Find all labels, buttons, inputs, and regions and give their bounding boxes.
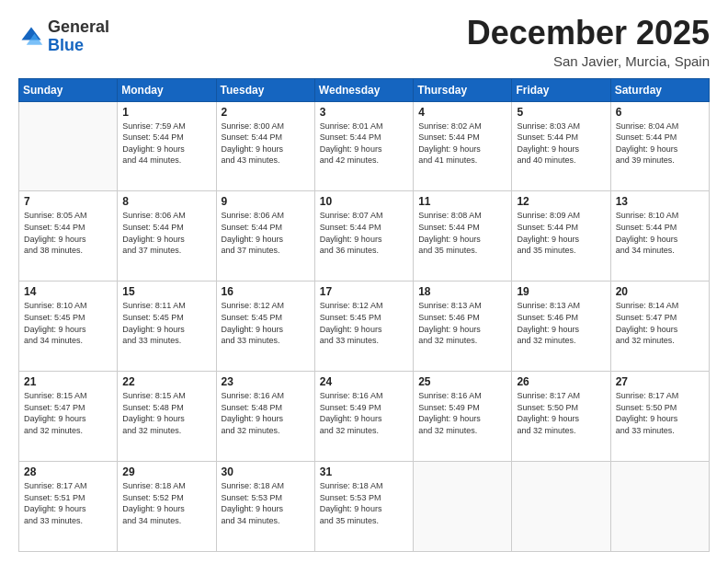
col-wednesday: Wednesday — [314, 78, 413, 101]
calendar-cell — [19, 101, 118, 191]
col-monday: Monday — [118, 78, 216, 101]
logo: General Blue — [18, 18, 109, 55]
calendar-cell: 14Sunrise: 8:10 AM Sunset: 5:45 PM Dayli… — [19, 282, 118, 372]
day-info: Sunrise: 8:15 AM Sunset: 5:47 PM Dayligh… — [24, 390, 112, 436]
col-saturday: Saturday — [610, 78, 709, 101]
day-number: 14 — [24, 285, 112, 298]
day-number: 1 — [122, 106, 210, 119]
calendar-cell: 18Sunrise: 8:13 AM Sunset: 5:46 PM Dayli… — [414, 282, 512, 372]
calendar-cell: 19Sunrise: 8:13 AM Sunset: 5:46 PM Dayli… — [512, 282, 610, 372]
calendar-week-1: 1Sunrise: 7:59 AM Sunset: 5:44 PM Daylig… — [19, 101, 710, 191]
day-number: 25 — [418, 375, 506, 388]
day-number: 26 — [517, 375, 605, 388]
day-number: 3 — [320, 106, 408, 119]
title-block: December 2025 San Javier, Murcia, Spain — [467, 15, 710, 69]
day-number: 4 — [418, 106, 506, 119]
calendar-cell: 22Sunrise: 8:15 AM Sunset: 5:48 PM Dayli… — [118, 372, 216, 462]
day-info: Sunrise: 8:15 AM Sunset: 5:48 PM Dayligh… — [122, 390, 210, 436]
calendar-cell: 4Sunrise: 8:02 AM Sunset: 5:44 PM Daylig… — [414, 101, 512, 191]
day-info: Sunrise: 8:18 AM Sunset: 5:53 PM Dayligh… — [222, 480, 310, 526]
day-info: Sunrise: 8:12 AM Sunset: 5:45 PM Dayligh… — [222, 300, 310, 346]
day-info: Sunrise: 8:06 AM Sunset: 5:44 PM Dayligh… — [122, 210, 210, 256]
calendar-cell: 17Sunrise: 8:12 AM Sunset: 5:45 PM Dayli… — [314, 282, 413, 372]
calendar-cell: 8Sunrise: 8:06 AM Sunset: 5:44 PM Daylig… — [118, 191, 216, 282]
day-number: 10 — [320, 195, 408, 208]
day-number: 23 — [222, 375, 310, 388]
day-info: Sunrise: 8:17 AM Sunset: 5:51 PM Dayligh… — [24, 480, 112, 526]
col-sunday: Sunday — [19, 78, 118, 101]
day-info: Sunrise: 8:02 AM Sunset: 5:44 PM Dayligh… — [418, 121, 506, 167]
day-info: Sunrise: 8:18 AM Sunset: 5:52 PM Dayligh… — [122, 480, 210, 526]
calendar-cell: 13Sunrise: 8:10 AM Sunset: 5:44 PM Dayli… — [610, 191, 709, 282]
day-number: 6 — [616, 106, 704, 119]
calendar-cell: 29Sunrise: 8:18 AM Sunset: 5:52 PM Dayli… — [118, 462, 216, 552]
location-subtitle: San Javier, Murcia, Spain — [467, 53, 710, 69]
day-number: 20 — [616, 285, 704, 298]
logo-general-text: General — [48, 17, 109, 36]
day-info: Sunrise: 8:14 AM Sunset: 5:47 PM Dayligh… — [616, 300, 704, 346]
calendar-cell: 23Sunrise: 8:16 AM Sunset: 5:48 PM Dayli… — [216, 372, 314, 462]
day-number: 11 — [418, 195, 506, 208]
day-info: Sunrise: 8:11 AM Sunset: 5:45 PM Dayligh… — [122, 300, 210, 346]
calendar-cell — [414, 462, 512, 552]
day-number: 17 — [320, 285, 408, 298]
calendar-cell: 5Sunrise: 8:03 AM Sunset: 5:44 PM Daylig… — [512, 101, 610, 191]
day-info: Sunrise: 8:04 AM Sunset: 5:44 PM Dayligh… — [616, 121, 704, 167]
col-tuesday: Tuesday — [216, 78, 314, 101]
calendar-cell: 3Sunrise: 8:01 AM Sunset: 5:44 PM Daylig… — [314, 101, 413, 191]
calendar-cell: 11Sunrise: 8:08 AM Sunset: 5:44 PM Dayli… — [414, 191, 512, 282]
day-info: Sunrise: 8:08 AM Sunset: 5:44 PM Dayligh… — [418, 210, 506, 256]
day-info: Sunrise: 8:07 AM Sunset: 5:44 PM Dayligh… — [320, 210, 408, 256]
calendar-cell: 7Sunrise: 8:05 AM Sunset: 5:44 PM Daylig… — [19, 191, 118, 282]
day-number: 12 — [517, 195, 605, 208]
col-thursday: Thursday — [414, 78, 512, 101]
calendar-cell: 24Sunrise: 8:16 AM Sunset: 5:49 PM Dayli… — [314, 372, 413, 462]
month-title: December 2025 — [467, 15, 710, 52]
day-number: 21 — [24, 375, 112, 388]
day-info: Sunrise: 8:18 AM Sunset: 5:53 PM Dayligh… — [320, 480, 408, 526]
day-info: Sunrise: 8:16 AM Sunset: 5:48 PM Dayligh… — [222, 390, 310, 436]
calendar-week-5: 28Sunrise: 8:17 AM Sunset: 5:51 PM Dayli… — [19, 462, 710, 552]
day-info: Sunrise: 8:12 AM Sunset: 5:45 PM Dayligh… — [320, 300, 408, 346]
day-number: 31 — [320, 465, 408, 478]
page: General Blue December 2025 San Javier, M… — [0, 0, 728, 563]
day-number: 2 — [222, 106, 310, 119]
day-number: 29 — [122, 465, 210, 478]
day-number: 15 — [122, 285, 210, 298]
day-number: 28 — [24, 465, 112, 478]
calendar-cell: 27Sunrise: 8:17 AM Sunset: 5:50 PM Dayli… — [610, 372, 709, 462]
day-info: Sunrise: 8:09 AM Sunset: 5:44 PM Dayligh… — [517, 210, 605, 256]
day-info: Sunrise: 8:10 AM Sunset: 5:44 PM Dayligh… — [616, 210, 704, 256]
day-number: 19 — [517, 285, 605, 298]
calendar-cell: 20Sunrise: 8:14 AM Sunset: 5:47 PM Dayli… — [610, 282, 709, 372]
calendar-cell: 10Sunrise: 8:07 AM Sunset: 5:44 PM Dayli… — [314, 191, 413, 282]
calendar-cell: 2Sunrise: 8:00 AM Sunset: 5:44 PM Daylig… — [216, 101, 314, 191]
calendar-cell: 15Sunrise: 8:11 AM Sunset: 5:45 PM Dayli… — [118, 282, 216, 372]
day-info: Sunrise: 7:59 AM Sunset: 5:44 PM Dayligh… — [122, 121, 210, 167]
day-info: Sunrise: 8:13 AM Sunset: 5:46 PM Dayligh… — [517, 300, 605, 346]
day-number: 27 — [616, 375, 704, 388]
day-number: 22 — [122, 375, 210, 388]
day-number: 5 — [517, 106, 605, 119]
logo-icon — [18, 24, 44, 50]
day-info: Sunrise: 8:06 AM Sunset: 5:44 PM Dayligh… — [222, 210, 310, 256]
day-info: Sunrise: 8:17 AM Sunset: 5:50 PM Dayligh… — [616, 390, 704, 436]
day-number: 7 — [24, 195, 112, 208]
day-number: 24 — [320, 375, 408, 388]
calendar-cell: 31Sunrise: 8:18 AM Sunset: 5:53 PM Dayli… — [314, 462, 413, 552]
calendar-week-2: 7Sunrise: 8:05 AM Sunset: 5:44 PM Daylig… — [19, 191, 710, 282]
day-number: 18 — [418, 285, 506, 298]
day-info: Sunrise: 8:17 AM Sunset: 5:50 PM Dayligh… — [517, 390, 605, 436]
day-info: Sunrise: 8:03 AM Sunset: 5:44 PM Dayligh… — [517, 121, 605, 167]
calendar-cell: 12Sunrise: 8:09 AM Sunset: 5:44 PM Dayli… — [512, 191, 610, 282]
day-info: Sunrise: 8:01 AM Sunset: 5:44 PM Dayligh… — [320, 121, 408, 167]
calendar-header-row: Sunday Monday Tuesday Wednesday Thursday… — [19, 78, 710, 101]
calendar: Sunday Monday Tuesday Wednesday Thursday… — [18, 78, 710, 552]
day-number: 13 — [616, 195, 704, 208]
calendar-cell — [512, 462, 610, 552]
calendar-week-4: 21Sunrise: 8:15 AM Sunset: 5:47 PM Dayli… — [19, 372, 710, 462]
day-info: Sunrise: 8:16 AM Sunset: 5:49 PM Dayligh… — [418, 390, 506, 436]
calendar-cell — [610, 462, 709, 552]
calendar-week-3: 14Sunrise: 8:10 AM Sunset: 5:45 PM Dayli… — [19, 282, 710, 372]
day-number: 8 — [122, 195, 210, 208]
